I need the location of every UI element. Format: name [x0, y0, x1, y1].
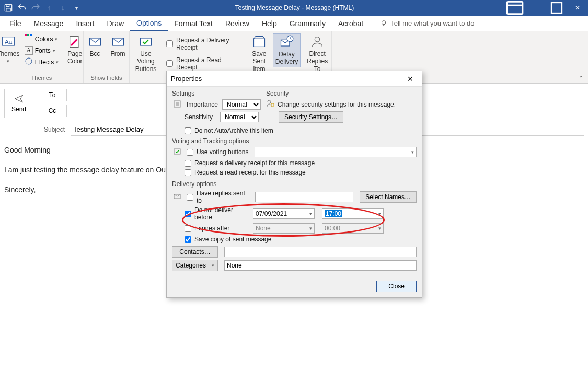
save-sent-icon [252, 34, 267, 49]
settings-header: Settings [172, 90, 261, 97]
to-button[interactable]: To [38, 89, 67, 101]
empty-label [145, 74, 146, 82]
do-not-deliver-checkbox[interactable] [185, 211, 191, 217]
req-delivery-checkbox[interactable] [185, 160, 191, 167]
tab-acrobat[interactable]: Acrobat [332, 16, 370, 31]
themes-button[interactable]: Aa Themes ▾ [0, 33, 19, 65]
delay-delivery-button[interactable]: Delay Delivery [273, 33, 301, 67]
tell-me-label: Tell me what you want to do [390, 19, 474, 27]
svg-point-6 [382, 20, 386, 24]
window-title: Testing Message Delay - Message (HTML) [85, 4, 504, 11]
page-color-button[interactable]: Page Color [64, 33, 86, 66]
undo-icon[interactable] [17, 3, 27, 13]
have-replies-checkbox[interactable] [187, 194, 193, 201]
svg-text:Aa: Aa [5, 38, 13, 45]
themes-group-label: Themes [31, 74, 52, 82]
expires-checkbox[interactable] [185, 225, 191, 232]
send-button[interactable]: Send [4, 89, 33, 118]
deliver-date-select[interactable]: 07/09/2021▾ [253, 208, 315, 219]
importance-label: Importance [187, 101, 219, 108]
tab-draw[interactable]: Draw [100, 16, 130, 31]
colors-label: Colors [35, 36, 53, 43]
tab-insert[interactable]: Insert [70, 16, 100, 31]
delivery-receipt-label: Request a Delivery Receipt [176, 37, 244, 51]
security-settings-button[interactable]: Security Settings… [279, 111, 343, 123]
security-icon [266, 99, 274, 109]
autoarchive-checkbox[interactable] [185, 127, 191, 134]
direct-replies-label: Direct Replies To [307, 50, 328, 73]
from-button[interactable]: From [109, 33, 128, 59]
voting-label: Use Voting Buttons [135, 50, 157, 73]
voting-icon [139, 34, 153, 49]
expires-date-select: None▾ [253, 223, 315, 234]
tab-help[interactable]: Help [256, 16, 283, 31]
svg-point-20 [315, 37, 320, 42]
direct-replies-icon [310, 34, 325, 49]
req-read-label: Request a read receipt for this message [194, 169, 306, 176]
use-voting-checkbox[interactable] [187, 149, 193, 156]
tab-review[interactable]: Review [219, 16, 256, 31]
delivery-receipt-checkbox[interactable]: Request a Delivery Receipt [166, 36, 244, 52]
deliver-date-value: 07/09/2021 [256, 210, 287, 217]
show-fields-label: Show Fields [91, 74, 122, 82]
dialog-close-button[interactable]: ✕ [403, 73, 418, 85]
themes-label: Themes [0, 50, 19, 57]
voting-buttons-select[interactable]: ▾ [255, 147, 417, 157]
save-icon[interactable] [3, 3, 14, 13]
save-copy-checkbox[interactable] [185, 236, 191, 243]
close-button[interactable]: ✕ [567, 0, 588, 16]
svg-point-12 [26, 58, 32, 64]
ribbon-mode-icon[interactable] [504, 0, 525, 16]
sensitivity-select[interactable]: Normal [220, 112, 259, 122]
redo-icon [30, 3, 41, 13]
menu-tabs: File Message Insert Draw Options Format … [0, 16, 588, 31]
categories-button[interactable]: Categories▾ [172, 260, 218, 271]
categories-label: Categories [176, 262, 206, 269]
save-copy-label: Save copy of sent message [194, 236, 271, 243]
delivery-options-icon [173, 192, 181, 202]
bcc-button[interactable]: Bcc [86, 33, 105, 59]
importance-select[interactable]: Normal [222, 99, 261, 110]
from-icon [111, 34, 125, 49]
tab-file[interactable]: File [3, 16, 28, 31]
send-label: Send [11, 106, 26, 113]
down-arrow-icon: ↓ [57, 3, 68, 13]
contacts-button[interactable]: Contacts… [172, 246, 218, 258]
themes-icon: Aa [1, 34, 16, 49]
fonts-dropdown[interactable]: AFonts ▾ [24, 45, 60, 55]
req-delivery-label: Request a delivery receipt for this mess… [194, 159, 315, 167]
delivery-header: Delivery options [172, 180, 417, 188]
deliver-time-value: 17:00 [325, 210, 342, 217]
close-dialog-button[interactable]: Close [376, 281, 417, 292]
direct-replies-button[interactable]: Direct Replies To [305, 33, 330, 74]
tab-options[interactable]: Options [130, 16, 168, 31]
expires-time-select: 00:00▾ [322, 223, 384, 234]
tab-format-text[interactable]: Format Text [168, 16, 219, 31]
req-read-checkbox[interactable] [185, 169, 191, 176]
subject-label: Subject [38, 126, 67, 133]
use-voting-button[interactable]: Use Voting Buttons [133, 33, 159, 74]
colors-dropdown[interactable]: Colors ▾ [24, 33, 60, 44]
contacts-input[interactable] [224, 247, 417, 257]
read-receipt-checkbox[interactable]: Request a Read Receipt [166, 55, 244, 72]
cc-button[interactable]: Cc [38, 105, 67, 117]
tab-message[interactable]: Message [28, 16, 70, 31]
colors-icon [25, 34, 33, 44]
effects-label: Effects [35, 59, 54, 66]
deliver-time-select[interactable]: 17:00▾ [322, 208, 384, 219]
delay-delivery-icon [279, 35, 294, 50]
categories-input[interactable] [224, 260, 417, 271]
maximize-button[interactable] [546, 0, 567, 16]
qat-customize-icon[interactable]: ▾ [71, 3, 82, 13]
svg-rect-10 [27, 34, 29, 36]
tell-me[interactable]: Tell me what you want to do [380, 19, 474, 27]
fonts-label: Fonts [35, 47, 51, 54]
tab-grammarly[interactable]: Grammarly [283, 16, 332, 31]
minimize-button[interactable]: ─ [525, 0, 546, 16]
collapse-ribbon-icon[interactable]: ⌃ [579, 75, 584, 82]
page-color-icon [67, 34, 82, 49]
svg-rect-3 [507, 2, 523, 14]
have-replies-input[interactable] [255, 192, 353, 202]
effects-dropdown[interactable]: Effects ▾ [24, 56, 60, 67]
select-names-button[interactable]: Select Names… [360, 191, 417, 203]
